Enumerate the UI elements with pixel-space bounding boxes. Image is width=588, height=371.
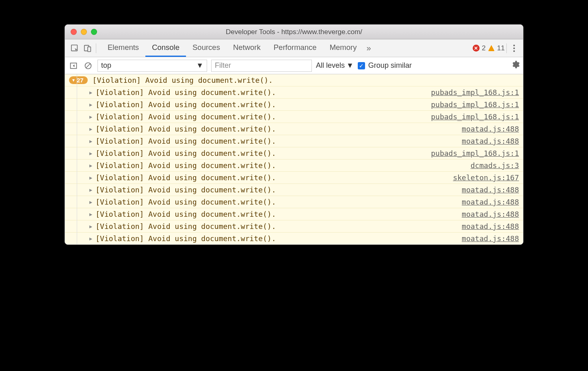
window-title: Developer Tools - https://www.theverge.c… xyxy=(65,28,523,36)
log-row[interactable]: ▶[Violation] Avoid using document.write(… xyxy=(65,232,523,244)
log-message: [Violation] Avoid using document.write()… xyxy=(95,100,431,109)
log-source-link[interactable]: moatad.js:488 xyxy=(462,210,519,218)
panel-tabs: ElementsConsoleSourcesNetworkPerformance… xyxy=(101,39,363,57)
log-source-link[interactable]: moatad.js:488 xyxy=(462,222,519,231)
minimize-button[interactable] xyxy=(81,29,87,35)
dropdown-icon: ▼ xyxy=(196,61,203,70)
disclosure-right-icon: ▶ xyxy=(89,90,92,95)
log-row[interactable]: ▶[Violation] Avoid using document.write(… xyxy=(65,135,523,147)
log-row[interactable]: ▶[Violation] Avoid using document.write(… xyxy=(65,110,523,123)
error-icon: ✕ xyxy=(473,45,480,52)
log-message: [Violation] Avoid using document.write()… xyxy=(95,186,462,194)
zoom-button[interactable] xyxy=(91,29,97,35)
log-message: [Violation] Avoid using document.write()… xyxy=(95,112,431,121)
tab-elements[interactable]: Elements xyxy=(101,39,145,57)
more-tabs-icon[interactable]: » xyxy=(363,43,374,53)
svg-rect-2 xyxy=(88,47,91,52)
disclosure-right-icon: ▶ xyxy=(89,138,92,144)
gutter-line xyxy=(77,74,77,244)
log-source-link[interactable]: moatad.js:488 xyxy=(462,125,519,133)
levels-label: All levels xyxy=(316,61,345,70)
group-count: 27 xyxy=(77,77,84,84)
log-row[interactable]: ▶[Violation] Avoid using document.write(… xyxy=(65,220,523,232)
log-source-link[interactable]: pubads_impl_168.js:1 xyxy=(431,112,519,121)
log-source-link[interactable]: moatad.js:488 xyxy=(462,198,519,206)
log-message: [Violation] Avoid using document.write()… xyxy=(95,210,462,218)
tab-memory[interactable]: Memory xyxy=(323,39,363,57)
close-button[interactable] xyxy=(71,29,77,35)
disclosure-right-icon: ▶ xyxy=(89,114,92,120)
tab-performance[interactable]: Performance xyxy=(267,39,323,57)
disclosure-right-icon: ▶ xyxy=(89,199,92,205)
svg-rect-0 xyxy=(71,45,78,51)
log-row[interactable]: ▶[Violation] Avoid using document.write(… xyxy=(65,86,523,98)
log-row[interactable]: ▶[Violation] Avoid using document.write(… xyxy=(65,208,523,220)
log-source-link[interactable]: moatad.js:488 xyxy=(462,234,519,243)
log-message: [Violation] Avoid using document.write()… xyxy=(95,88,431,97)
clear-console-icon[interactable] xyxy=(83,60,93,71)
log-source-link[interactable]: dcmads.js:3 xyxy=(471,161,519,170)
log-group-header[interactable]: ▼ 27 [Violation] Avoid using document.wr… xyxy=(65,74,523,86)
disclosure-right-icon: ▶ xyxy=(89,126,92,132)
console-output: ▼ 27 [Violation] Avoid using document.wr… xyxy=(65,74,523,244)
disclosure-right-icon: ▶ xyxy=(89,151,92,156)
log-source-link[interactable]: pubads_impl_168.js:1 xyxy=(431,149,519,157)
status-badges[interactable]: ✕ 2 11 xyxy=(473,44,505,52)
log-message: [Violation] Avoid using document.write()… xyxy=(95,198,462,206)
device-toggle-icon[interactable] xyxy=(81,42,94,55)
tab-console[interactable]: Console xyxy=(145,39,186,57)
log-row[interactable]: ▶[Violation] Avoid using document.write(… xyxy=(65,147,523,159)
error-count: 2 xyxy=(482,44,486,52)
settings-icon[interactable] xyxy=(511,60,520,71)
more-options-icon[interactable] xyxy=(508,45,520,52)
devtools-window: Developer Tools - https://www.theverge.c… xyxy=(65,24,523,245)
disclosure-right-icon: ▶ xyxy=(89,102,92,108)
warning-count: 11 xyxy=(497,44,505,52)
titlebar: Developer Tools - https://www.theverge.c… xyxy=(65,25,523,39)
toggle-sidebar-icon[interactable] xyxy=(68,60,79,71)
dropdown-icon: ▼ xyxy=(346,61,354,70)
disclosure-right-icon: ▶ xyxy=(89,211,92,217)
separator xyxy=(96,43,96,53)
log-message: [Violation] Avoid using document.write()… xyxy=(95,161,471,170)
log-row[interactable]: ▶[Violation] Avoid using document.write(… xyxy=(65,196,523,208)
checkbox-checked-icon: ✓ xyxy=(358,62,365,69)
log-row[interactable]: ▶[Violation] Avoid using document.write(… xyxy=(65,123,523,135)
disclosure-right-icon: ▶ xyxy=(89,163,92,168)
log-source-link[interactable]: pubads_impl_168.js:1 xyxy=(431,88,519,97)
log-message: [Violation] Avoid using document.write()… xyxy=(95,137,462,145)
traffic-lights xyxy=(65,29,97,35)
disclosure-down-icon: ▼ xyxy=(71,78,76,82)
disclosure-right-icon: ▶ xyxy=(89,175,92,181)
log-source-link[interactable]: pubads_impl_168.js:1 xyxy=(431,100,519,109)
log-message: [Violation] Avoid using document.write()… xyxy=(95,149,431,157)
warning-icon xyxy=(488,45,495,51)
log-row[interactable]: ▶[Violation] Avoid using document.write(… xyxy=(65,159,523,171)
group-similar-toggle[interactable]: ✓ Group similar xyxy=(358,61,412,70)
disclosure-right-icon: ▶ xyxy=(89,224,92,229)
context-selector[interactable]: top ▼ xyxy=(97,60,207,72)
context-value: top xyxy=(101,61,111,70)
log-source-link[interactable]: skeleton.js:167 xyxy=(453,173,519,182)
disclosure-right-icon: ▶ xyxy=(89,236,92,242)
console-toolbar: top ▼ All levels ▼ ✓ Group similar xyxy=(65,57,523,74)
group-similar-label: Group similar xyxy=(368,61,412,70)
disclosure-right-icon: ▶ xyxy=(89,187,92,193)
tab-sources[interactable]: Sources xyxy=(186,39,227,57)
log-message: [Violation] Avoid using document.write()… xyxy=(95,222,462,231)
filter-input[interactable] xyxy=(211,60,312,72)
log-source-link[interactable]: moatad.js:488 xyxy=(462,186,519,194)
group-count-badge: ▼ 27 xyxy=(69,76,88,84)
log-row[interactable]: ▶[Violation] Avoid using document.write(… xyxy=(65,183,523,196)
log-row[interactable]: ▶[Violation] Avoid using document.write(… xyxy=(65,171,523,183)
separator xyxy=(506,43,507,53)
log-source-link[interactable]: moatad.js:488 xyxy=(462,137,519,145)
log-row[interactable]: ▶[Violation] Avoid using document.write(… xyxy=(65,98,523,110)
group-message: [Violation] Avoid using document.write()… xyxy=(93,76,273,84)
devtools-tabbar: ElementsConsoleSourcesNetworkPerformance… xyxy=(65,39,523,57)
inspect-element-icon[interactable] xyxy=(68,42,81,55)
tab-network[interactable]: Network xyxy=(227,39,267,57)
log-levels-selector[interactable]: All levels ▼ xyxy=(316,61,354,70)
svg-line-5 xyxy=(86,64,90,68)
log-message: [Violation] Avoid using document.write()… xyxy=(95,234,462,243)
